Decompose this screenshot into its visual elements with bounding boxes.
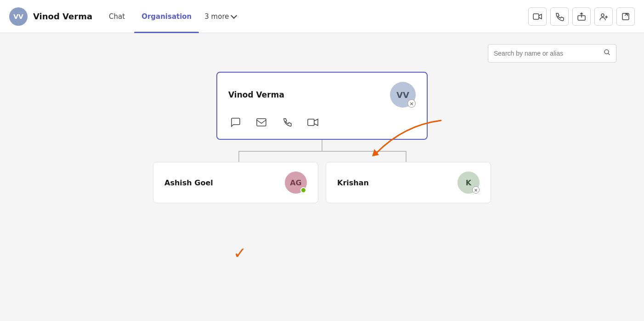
svg-rect-3	[622, 13, 629, 20]
search-input[interactable]	[488, 44, 616, 63]
popout-icon	[621, 12, 630, 21]
branch-right-line	[406, 151, 407, 162]
org-chart: Vinod Verma VV ×	[18, 72, 626, 203]
svg-point-2	[601, 14, 604, 17]
phone-call-button[interactable]	[550, 7, 569, 26]
root-org-node: Vinod Verma VV ×	[216, 72, 428, 140]
children-row: Ashish Goel AG Krishan K ×	[153, 162, 491, 203]
header-avatar: VV	[9, 7, 28, 26]
child-name-ashish: Ashish Goel	[164, 178, 277, 187]
header-actions	[528, 7, 635, 26]
tab-organisation[interactable]: Organisation	[134, 0, 199, 33]
header-name: Vinod Verma	[33, 11, 92, 21]
share-icon	[577, 12, 586, 21]
child-avatar-ashish: AG	[285, 172, 307, 194]
child-node-ashish: Ashish Goel AG	[153, 162, 318, 203]
status-dot-online	[300, 187, 306, 193]
remove-badge-icon[interactable]: ×	[407, 99, 416, 108]
video-icon	[533, 12, 542, 21]
child-name-krishan: Krishan	[337, 178, 450, 187]
svg-rect-5	[257, 119, 266, 126]
email-action-button[interactable]	[254, 115, 269, 130]
chevron-down-icon	[231, 12, 237, 18]
video-action-button[interactable]	[305, 115, 320, 130]
svg-rect-6	[308, 119, 314, 126]
phone-action-button[interactable]	[280, 115, 294, 130]
popout-button[interactable]	[616, 7, 635, 26]
child-node-krishan: Krishan K ×	[326, 162, 491, 203]
root-node-name: Vinod Verma	[228, 90, 284, 99]
add-person-button[interactable]	[594, 7, 613, 26]
share-screen-button[interactable]	[572, 7, 591, 26]
header-tabs: Chat Organisation 3 more	[102, 0, 239, 33]
chat-action-button[interactable]	[228, 115, 243, 130]
header: VV Vinod Verma Chat Organisation 3 more	[0, 0, 644, 33]
main-content: Vinod Verma VV ×	[0, 33, 644, 321]
tab-chat[interactable]: Chat	[102, 0, 132, 33]
branch-left-line	[238, 151, 239, 162]
video-call-button[interactable]	[528, 7, 547, 26]
phone-icon	[555, 12, 564, 21]
svg-point-4	[604, 50, 609, 54]
orange-checkmark-annotation: ✓	[233, 244, 247, 262]
branch-connectors	[156, 140, 488, 162]
root-node-header: Vinod Verma VV ×	[228, 82, 416, 108]
root-node-actions	[228, 115, 416, 130]
svg-rect-0	[533, 14, 539, 19]
child-avatar-krishan: K ×	[458, 172, 480, 194]
tab-more[interactable]: 3 more	[201, 12, 239, 21]
remove-badge-small-icon[interactable]: ×	[472, 186, 480, 194]
search-icon	[604, 49, 611, 58]
add-person-icon	[599, 12, 608, 21]
search-container	[488, 44, 616, 63]
root-node-avatar: VV ×	[390, 82, 416, 108]
